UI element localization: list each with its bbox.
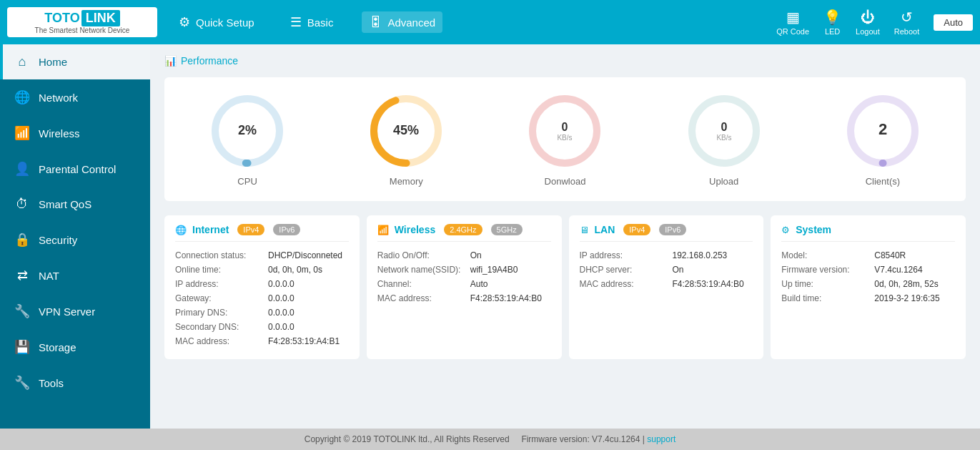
internet-ipv4-badge[interactable]: IPv4 <box>237 224 264 235</box>
sidebar-item-parental-control[interactable]: 👤 Parental Control <box>0 151 150 187</box>
nav-quick-setup-label: Quick Setup <box>196 16 254 29</box>
internet-title: Internet <box>192 224 229 235</box>
system-title: System <box>796 224 831 235</box>
sidebar-item-wireless[interactable]: 📶 Wireless <box>0 115 150 151</box>
auto-button[interactable]: Auto <box>934 14 973 31</box>
wireless-field-1: Network name(SSID): wifi_19A4B0 <box>377 265 551 275</box>
nav-advanced[interactable]: 🎛 Advanced <box>362 11 442 33</box>
lan-fields: IP address: 192.168.0.253 DHCP server: O… <box>580 250 753 289</box>
wireless-field-3: MAC address: F4:28:53:19:A4:B0 <box>377 293 551 303</box>
sidebar-vpn-label: VPN Server <box>39 305 95 318</box>
svg-text:45%: 45% <box>393 123 419 137</box>
nav-basic[interactable]: ☰ Basic <box>283 11 341 33</box>
header: TOTO LINK The Smartest Network Device ⚙ … <box>0 0 980 44</box>
list-icon: ☰ <box>290 14 302 30</box>
sidebar-item-nat[interactable]: ⇄ NAT <box>0 258 150 293</box>
system-card-header: ⚙ System <box>781 224 955 242</box>
system-gear-icon: ⚙ <box>781 225 790 235</box>
logout-icon: ⏻ <box>861 9 875 26</box>
led-label: LED <box>825 27 840 36</box>
qr-code-tool[interactable]: ▦ QR Code <box>776 9 809 36</box>
sidebar-network-label: Network <box>39 92 78 104</box>
led-tool[interactable]: 💡 LED <box>823 9 841 36</box>
logo-subtitle: The Smartest Network Device <box>13 26 152 34</box>
lan-field-1: DHCP server: On <box>580 265 753 275</box>
storage-icon: 💾 <box>14 339 30 355</box>
svg-text:0: 0 <box>721 121 727 133</box>
performance-title-text: Performance <box>181 55 238 67</box>
reboot-label: Reboot <box>894 27 919 36</box>
sidebar-item-smart-qos[interactable]: ⏱ Smart QoS <box>0 187 150 222</box>
main-layout: ⌂ Home 🌐 Network 📶 Wireless 👤 Parental C… <box>0 44 980 450</box>
wireless-title: Wireless <box>395 224 435 235</box>
lan-ipv4-badge[interactable]: IPv4 <box>623 224 650 235</box>
reboot-tool[interactable]: ↺ Reboot <box>894 9 919 36</box>
system-field-0: Model: C8540R <box>781 250 955 260</box>
internet-field-5: Secondary DNS: 0.0.0.0 <box>175 322 349 332</box>
sidebar-item-security[interactable]: 🔒 Security <box>0 222 150 258</box>
qr-code-icon: ▦ <box>786 9 800 26</box>
cpu-gauge-svg: 2% <box>208 92 287 170</box>
sidebar-item-vpn-server[interactable]: 🔧 VPN Server <box>0 293 150 329</box>
gauge-clients: 2 Client(s) <box>843 92 922 187</box>
logo-toto: TOTO <box>44 11 79 26</box>
internet-field-3: Gateway: 0.0.0.0 <box>175 293 349 303</box>
wireless-5ghz-badge[interactable]: 5GHz <box>491 224 523 235</box>
gauge-cpu: 2% CPU <box>208 92 287 187</box>
internet-field-2: IP address: 0.0.0.0 <box>175 279 349 289</box>
qr-code-label: QR Code <box>776 27 809 36</box>
lan-title: LAN <box>595 224 615 235</box>
gauge-memory: 45% Memory <box>367 92 445 187</box>
tools-icon: 🔧 <box>14 375 30 391</box>
sidebar-item-tools[interactable]: 🔧 Tools <box>0 365 150 401</box>
vpn-icon: 🔧 <box>14 303 30 319</box>
lan-monitor-icon: 🖥 <box>580 225 589 235</box>
memory-label: Memory <box>390 176 423 187</box>
svg-text:2%: 2% <box>238 123 257 137</box>
lan-ipv6-badge[interactable]: IPv6 <box>659 224 686 235</box>
internet-ipv6-badge[interactable]: IPv6 <box>273 224 300 235</box>
footer-support-link[interactable]: support <box>647 434 675 444</box>
system-fields: Model: C8540R Firmware version: V7.4cu.1… <box>781 250 955 303</box>
svg-text:2: 2 <box>878 120 887 138</box>
sidebar-security-label: Security <box>39 234 77 246</box>
sidebar-storage-label: Storage <box>39 341 76 353</box>
lan-card: 🖥 LAN IPv4 IPv6 IP address: 192.168.0.25… <box>569 215 764 359</box>
logout-tool[interactable]: ⏻ Logout <box>856 9 880 36</box>
wireless-24ghz-badge[interactable]: 2.4GHz <box>444 224 482 235</box>
gauges-row: 2% CPU 45% Memory 0 KB/s D <box>164 77 966 201</box>
sidebar-item-storage[interactable]: 💾 Storage <box>0 329 150 365</box>
sidebar-parental-label: Parental Control <box>39 163 116 175</box>
nav-quick-setup[interactable]: ⚙ Quick Setup <box>172 11 262 33</box>
sidebar-item-home[interactable]: ⌂ Home <box>0 44 150 79</box>
gauge-download: 0 KB/s Donwload <box>525 92 604 187</box>
upload-gauge-svg: 0 KB/s <box>685 92 763 170</box>
sidebar-item-network[interactable]: 🌐 Network <box>0 79 150 115</box>
logo-link: LINK <box>81 10 120 26</box>
wireless-fields: Radio On/Off: On Network name(SSID): wif… <box>377 250 551 303</box>
home-icon: ⌂ <box>14 54 30 69</box>
sidebar-tools-label: Tools <box>39 377 64 389</box>
wireless-wifi-icon: 📶 <box>377 225 389 235</box>
sidebar-home-label: Home <box>39 56 67 68</box>
wireless-icon: 📶 <box>14 125 30 141</box>
wireless-card-header: 📶 Wireless 2.4GHz 5GHz <box>377 224 551 242</box>
nav-items: ⚙ Quick Setup ☰ Basic 🎛 Advanced <box>172 11 776 33</box>
performance-icon: 📊 <box>164 55 177 67</box>
internet-field-6: MAC address: F4:28:53:19:A4:B1 <box>175 336 349 346</box>
internet-globe-icon: 🌐 <box>175 225 187 235</box>
sidebar: ⌂ Home 🌐 Network 📶 Wireless 👤 Parental C… <box>0 44 150 450</box>
logo-area: TOTO LINK The Smartest Network Device <box>7 7 157 37</box>
footer-copyright: Copyright © 2019 TOTOLINK ltd., All Righ… <box>305 434 510 444</box>
smart-qos-icon: ⏱ <box>14 197 30 212</box>
nat-icon: ⇄ <box>14 268 30 283</box>
sidebar-wireless-label: Wireless <box>39 127 80 140</box>
cpu-label: CPU <box>237 176 257 187</box>
system-field-1: Firmware version: V7.4cu.1264 <box>781 265 955 275</box>
internet-card: 🌐 Internet IPv4 IPv6 Connection status: … <box>164 215 360 359</box>
sliders-icon: 🎛 <box>369 15 382 30</box>
svg-text:KB/s: KB/s <box>716 134 731 142</box>
internet-field-1: Online time: 0d, 0h, 0m, 0s <box>175 265 349 275</box>
system-field-2: Up time: 0d, 0h, 28m, 52s <box>781 279 955 289</box>
header-tools: ▦ QR Code 💡 LED ⏻ Logout ↺ Reboot Auto <box>776 9 973 36</box>
